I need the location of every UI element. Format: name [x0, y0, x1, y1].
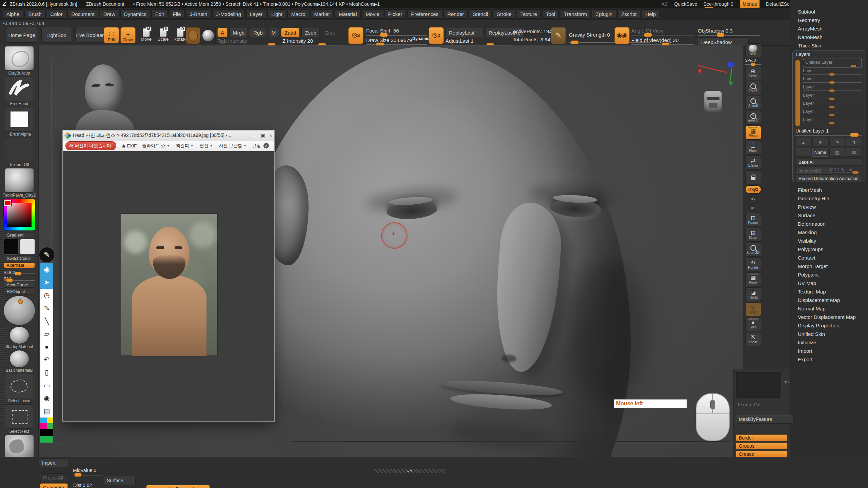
palette-color-3[interactable]: [47, 423, 53, 429]
tool-menu-texture-map[interactable]: Texture Map: [790, 287, 868, 296]
palette-color-1[interactable]: [47, 418, 53, 423]
selectrect-thumbnail[interactable]: [5, 404, 34, 429]
tray-button-fillobject[interactable]: FillObject: [4, 289, 35, 294]
menu-draw[interactable]: Draw: [100, 9, 119, 19]
slider-handle[interactable]: [6, 278, 13, 282]
tool-menu-display-properties[interactable]: Display Properties: [790, 321, 868, 330]
menu-document[interactable]: Document: [67, 9, 98, 19]
groups-button[interactable]: Groups: [736, 443, 787, 449]
tool-menu-geometry-hd[interactable]: Geometry HD: [790, 194, 868, 203]
undo-icon[interactable]: ↶: [40, 353, 53, 366]
menu-tool[interactable]: Tool: [542, 9, 559, 19]
main-color-swatch[interactable]: [4, 239, 19, 255]
paint-chip-rgb[interactable]: Rgb: [250, 28, 266, 37]
menu-stroke[interactable]: Stroke: [493, 9, 515, 19]
rotate-view-button[interactable]: ↻Rotate: [745, 258, 761, 271]
titlebar-item-ac[interactable]: AC: [662, 1, 668, 7]
paint-chip-zsub[interactable]: Zsub: [301, 28, 319, 37]
replay-last-button[interactable]: ReplayLast: [446, 28, 484, 37]
menu-zplugin[interactable]: Zplugin: [592, 9, 616, 19]
spix-slider[interactable]: SPix 3: [745, 58, 761, 65]
angle-of-view-slider[interactable]: Angle Of View: [631, 28, 694, 37]
tool-menu-polypaint[interactable]: Polypaint: [790, 270, 868, 279]
minimize-icon[interactable]: —: [252, 133, 257, 138]
basicmaterialb-thumbnail[interactable]: [9, 350, 29, 368]
tool-menu-vector-displacement-map[interactable]: Vector Displacement Map: [790, 313, 868, 321]
gravity-pencil-thumbnail[interactable]: ✎: [551, 27, 566, 44]
paint-chip-mrgb[interactable]: Mrgb: [230, 28, 248, 37]
current-material-thumbnail[interactable]: [201, 27, 216, 44]
new-version-button[interactable]: 새 버전이 나왔습니다.: [65, 141, 116, 150]
frame-button[interactable]: ⊡Frame: [745, 213, 761, 227]
rotate-xyz-pill[interactable]: ↺xyz: [745, 185, 761, 194]
zoom3d-button[interactable]: Zoom3D: [745, 243, 761, 257]
menu-dynamics[interactable]: Dynamics: [120, 9, 150, 19]
tool-menu-displacement-map[interactable]: Displacement Map: [790, 296, 868, 304]
tool-menu-polygroups[interactable]: Polygroups: [790, 245, 868, 253]
draw-button[interactable]: + Draw: [120, 27, 136, 43]
menu-j-brush[interactable]: J-Brush: [186, 9, 211, 19]
paint-chip-zadd[interactable]: Zadd: [281, 28, 299, 37]
canvas-horizontal-scrollbar[interactable]: [293, 441, 730, 442]
menu-file[interactable]: File: [169, 9, 185, 19]
scale-button[interactable]: S Scale: [155, 28, 171, 42]
paint-chip-m[interactable]: M: [268, 28, 279, 37]
home-page-button[interactable]: Home Page: [6, 27, 37, 43]
layer-row-2[interactable]: Layer: [803, 84, 862, 92]
layer-duplicate-button[interactable]: ▥: [829, 148, 845, 157]
palette-color-2[interactable]: [40, 423, 47, 429]
image-viewer-window[interactable]: Head 사진 레퍼런스 > 49217dd52f7d7b542151af3f2…: [62, 130, 275, 422]
layer-slider-handle[interactable]: [829, 73, 834, 76]
menu-macro[interactable]: Macro: [288, 9, 309, 19]
stroke-s-button[interactable]: ◎S: [348, 27, 363, 44]
mdd-speed-slider[interactable]: MDD Speed: [830, 166, 861, 173]
rotate-z-button[interactable]: ↺z: [745, 204, 761, 212]
bigsphere-thumbnail[interactable]: [3, 296, 35, 325]
layer-delete-button[interactable]: ⊠: [846, 148, 862, 157]
menu-movie[interactable]: Movie: [362, 9, 383, 19]
tool-menu-initialize[interactable]: Initialize: [790, 338, 868, 347]
menu-color[interactable]: Color: [47, 9, 66, 19]
texture-thumbnail[interactable]: [736, 372, 781, 398]
layer-slider-handle[interactable]: [829, 98, 834, 100]
tray-button-accucurve[interactable]: AccuCurve: [4, 282, 35, 288]
tool-menu-fibermesh[interactable]: FiberMesh: [790, 186, 868, 194]
cursor-icon[interactable]: ➤: [40, 276, 53, 289]
close-icon[interactable]: ×: [270, 133, 272, 138]
paint-chip-a[interactable]: A: [217, 28, 228, 37]
marker-icon[interactable]: ✎: [40, 302, 53, 314]
menu-transform[interactable]: Transform: [560, 9, 591, 19]
palette-color-0[interactable]: [40, 418, 47, 423]
tool-menu-arraymesh[interactable]: ArrayMesh: [790, 24, 868, 33]
move-view-button[interactable]: ⊞Move: [745, 228, 761, 242]
menu-material[interactable]: Material: [335, 9, 360, 19]
layer-slider-handle[interactable]: [829, 106, 834, 108]
dot-size-icon[interactable]: ●: [40, 340, 53, 353]
layer-slider-handle[interactable]: [829, 81, 834, 84]
tray-button-switchcolor[interactable]: SwitchColor: [4, 256, 35, 261]
projectall-button[interactable]: ProjectAll: [40, 473, 68, 482]
import-mdd-button[interactable]: Import MDD: [795, 167, 833, 175]
layer-slider-handle[interactable]: [851, 65, 856, 67]
eraser-icon[interactable]: ▱: [40, 327, 53, 340]
local-lock-button[interactable]: [745, 170, 761, 184]
border-button[interactable]: Border: [736, 434, 787, 441]
layer-slider-handle[interactable]: [829, 114, 834, 116]
freehand-thumbnail[interactable]: [5, 77, 34, 101]
menu-stencil[interactable]: Stencil: [469, 9, 492, 19]
layer-redo-button[interactable]: ↷: [829, 138, 845, 147]
titlebar-item-menus[interactable]: Menus: [739, 0, 760, 9]
record-deformation-button[interactable]: Record Deformation Animation: [795, 175, 862, 182]
viewport-axis-gizmo[interactable]: [696, 60, 743, 121]
bpr-button[interactable]: BPR: [745, 43, 761, 57]
xpose-button[interactable]: ⇱Xpose: [745, 332, 761, 346]
sculpt-head-model[interactable]: [224, 45, 665, 457]
live-boolean-button[interactable]: Live Boolean: [75, 27, 105, 43]
camera-icon[interactable]: ◉: [40, 392, 53, 405]
layer-row-untitled[interactable]: Untitled Layer: [803, 59, 862, 67]
palette-swatch[interactable]: [40, 418, 53, 429]
viewer-menu-[interactable]: 슬라이드 쇼▼: [142, 143, 170, 149]
move-button[interactable]: M Move: [138, 28, 154, 42]
layer-down-button[interactable]: ▼: [812, 138, 828, 147]
titlebar-item-see-through-0[interactable]: See-through 0: [703, 1, 733, 7]
